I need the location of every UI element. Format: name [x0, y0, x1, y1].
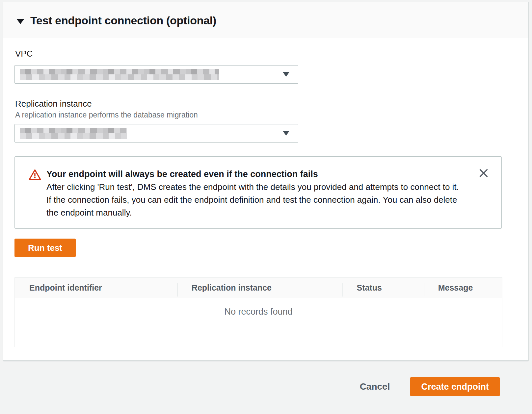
warning-title: Your endpoint will always be created eve…	[46, 168, 465, 181]
replication-instance-selected-value-redacted	[20, 128, 127, 139]
warning-triangle-icon	[29, 168, 41, 181]
run-test-button[interactable]: Run test	[14, 239, 76, 257]
column-header-replication-instance: Replication instance	[177, 278, 342, 298]
warning-text: Your endpoint will always be created eve…	[46, 168, 465, 219]
close-icon[interactable]	[476, 165, 492, 181]
test-endpoint-connection-panel: Test endpoint connection (optional) VPC …	[3, 2, 529, 361]
replication-instance-label: Replication instance	[15, 99, 501, 109]
replication-instance-field-group: Replication instance A replication insta…	[14, 99, 501, 142]
panel-body: VPC Replication instance A replication i…	[3, 38, 528, 360]
replication-instance-description: A replication instance performs the data…	[15, 111, 501, 119]
panel-header-toggle[interactable]: Test endpoint connection (optional)	[3, 2, 528, 38]
cancel-button[interactable]: Cancel	[353, 377, 397, 396]
vpc-field-group: VPC	[14, 49, 501, 84]
table-body: No records found	[15, 298, 502, 347]
column-header-status: Status	[342, 278, 424, 298]
vpc-selected-value-redacted	[20, 69, 219, 80]
replication-instance-select[interactable]	[14, 124, 298, 142]
column-header-endpoint-identifier: Endpoint identifier	[15, 278, 177, 298]
connection-results-table: Endpoint identifier Replication instance…	[14, 277, 502, 347]
warning-alert: Your endpoint will always be created eve…	[14, 156, 502, 229]
triangle-down-icon	[16, 19, 24, 24]
table-header-row: Endpoint identifier Replication instance…	[15, 278, 502, 298]
triangle-down-icon	[283, 72, 289, 77]
triangle-down-icon	[283, 131, 289, 136]
footer-actions: Cancel Create endpoint	[353, 377, 500, 396]
panel-title: Test endpoint connection (optional)	[30, 13, 216, 27]
empty-state-message: No records found	[15, 298, 502, 317]
vpc-label: VPC	[15, 49, 501, 59]
page: Test endpoint connection (optional) VPC …	[0, 0, 532, 414]
vpc-select[interactable]	[14, 65, 298, 84]
warning-body: After clicking 'Run test', DMS creates t…	[46, 181, 465, 219]
column-header-message: Message	[424, 278, 502, 298]
create-endpoint-button[interactable]: Create endpoint	[410, 377, 500, 396]
